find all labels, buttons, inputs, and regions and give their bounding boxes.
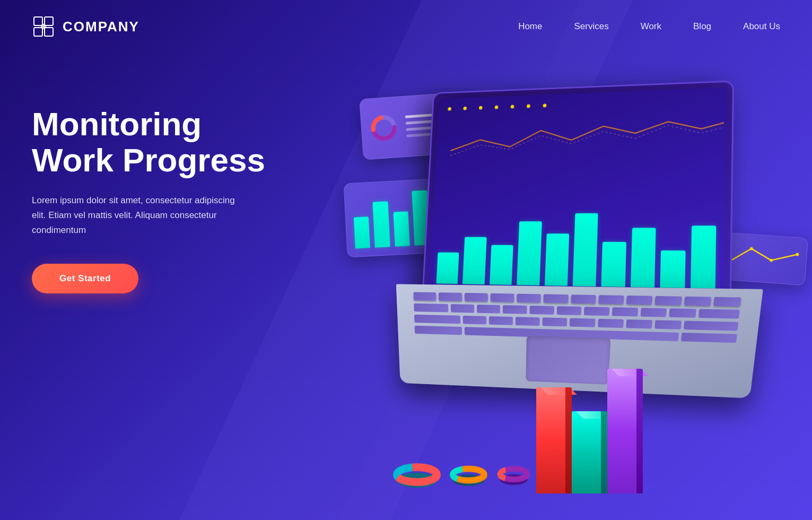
- nav-services[interactable]: Services: [574, 21, 608, 31]
- bottom-3d-bars: [536, 369, 636, 493]
- svg-rect-1: [45, 17, 53, 25]
- donut-chart-2: [449, 461, 488, 487]
- svg-rect-0: [34, 17, 42, 25]
- donut-chart-3: [496, 462, 531, 486]
- svg-point-4: [41, 24, 46, 29]
- logo-area[interactable]: COMPANY: [32, 15, 139, 38]
- hero-illustration: [335, 32, 812, 520]
- hero-title: Monitoring Work Progress: [32, 106, 308, 178]
- svg-point-13: [796, 253, 799, 256]
- navigation: COMPANY Home Services Work Blog About Us: [0, 0, 812, 53]
- logo-icon: [32, 15, 55, 38]
- donut-chart-1: [393, 459, 441, 488]
- nav-about[interactable]: About Us: [743, 21, 780, 31]
- bottom-donuts: [393, 459, 531, 488]
- bar-3d-1: [536, 387, 565, 493]
- company-name: COMPANY: [63, 19, 139, 35]
- hero-content: Monitoring Work Progress Lorem ipsum dol…: [32, 106, 308, 293]
- bar-3d-3: [607, 369, 636, 493]
- nav-home[interactable]: Home: [518, 21, 542, 31]
- nav-blog[interactable]: Blog: [693, 21, 711, 31]
- nav-work[interactable]: Work: [641, 21, 661, 31]
- hero-description: Lorem ipsum dolor sit amet, consectetur …: [32, 193, 244, 238]
- laptop-screen: [422, 80, 735, 302]
- svg-rect-3: [45, 28, 53, 36]
- bar-3d-2: [572, 411, 601, 493]
- nav-links: Home Services Work Blog About Us: [518, 21, 780, 32]
- screen-line-chart: [440, 107, 724, 166]
- laptop: [388, 85, 748, 393]
- svg-rect-2: [34, 28, 42, 36]
- get-started-button[interactable]: Get Started: [32, 264, 138, 293]
